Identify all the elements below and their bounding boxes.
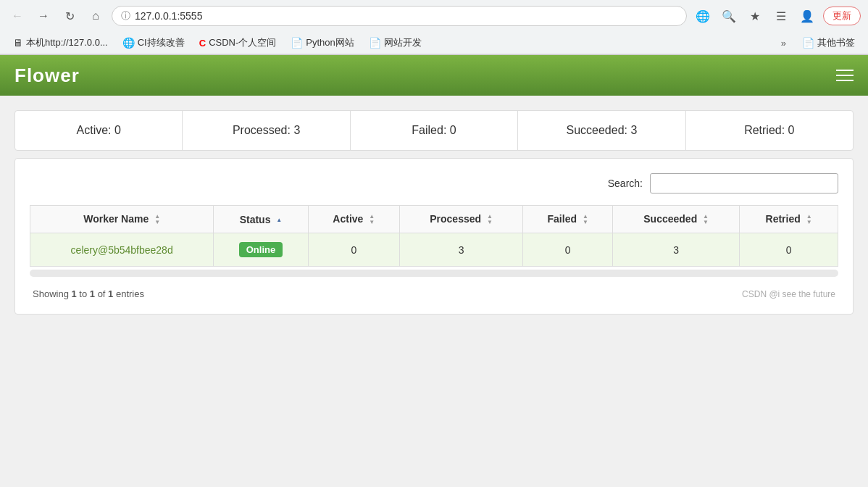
- stat-retried: Retried: 0: [686, 111, 853, 150]
- forward-button[interactable]: →: [33, 6, 54, 26]
- back-button[interactable]: ←: [7, 6, 28, 26]
- bookmark-local-label: 本机http://127.0.0...: [26, 36, 108, 49]
- bookmark-python-icon: 📄: [291, 37, 303, 49]
- zoom-button[interactable]: 🔍: [719, 6, 739, 26]
- stat-active: Active: 0: [15, 111, 183, 150]
- cell-succeeded: 3: [613, 233, 740, 267]
- bookmark-csdn[interactable]: C CSDN-个人空间: [193, 35, 283, 51]
- hamburger-line-1: [836, 70, 854, 71]
- stat-processed: Processed: 3: [183, 111, 350, 150]
- bookmark-ci[interactable]: 🌐 CI持续改善: [117, 35, 191, 51]
- search-input[interactable]: [650, 173, 838, 193]
- sort-active: ▲ ▼: [369, 214, 375, 225]
- stat-active-label: Active: 0: [77, 124, 121, 136]
- hamburger-menu[interactable]: [836, 70, 854, 81]
- col-failed[interactable]: Failed ▲ ▼: [523, 206, 613, 233]
- sort-worker-name: ▲ ▼: [154, 214, 160, 225]
- worker-name-link[interactable]: celery@5b54bfbee28d: [71, 244, 173, 256]
- bookmark-other-label: 其他书签: [817, 36, 855, 49]
- sort-processed: ▲ ▼: [487, 214, 493, 225]
- bookmark-local[interactable]: 🖥 本机http://127.0.0...: [7, 35, 114, 51]
- search-row: Search:: [30, 173, 838, 193]
- bookmark-python-label: Python网站: [306, 36, 354, 49]
- bookmark-python[interactable]: 📄 Python网站: [285, 35, 359, 51]
- cell-worker-name: celery@5b54bfbee28d: [30, 233, 214, 267]
- main-content: Search: Worker Name ▲ ▼ Status ▲: [14, 158, 854, 315]
- sort-retried: ▲ ▼: [806, 214, 812, 225]
- status-badge: Online: [239, 242, 283, 257]
- stat-retried-label: Retried: 0: [744, 124, 794, 136]
- table-row: celery@5b54bfbee28d Online 0 3 0 3 0: [30, 233, 838, 267]
- cell-retried: 0: [740, 233, 838, 267]
- app-title: Flower: [14, 64, 80, 87]
- sort-down-icon: ▼: [487, 220, 493, 225]
- reading-list-button[interactable]: ☰: [771, 6, 791, 26]
- stat-failed: Failed: 0: [351, 111, 518, 150]
- sort-succeeded: ▲ ▼: [703, 214, 709, 225]
- app-header: Flower: [0, 55, 868, 96]
- cell-processed: 3: [399, 233, 522, 267]
- sort-down-icon: ▼: [806, 220, 812, 225]
- cell-status: Online: [214, 233, 308, 267]
- url-text: 127.0.0.1:5555: [135, 10, 202, 22]
- update-button[interactable]: 更新: [823, 7, 861, 25]
- col-active[interactable]: Active ▲ ▼: [308, 206, 399, 233]
- bookmark-ci-label: CI持续改善: [138, 36, 185, 49]
- col-status[interactable]: Status ▲: [214, 206, 308, 233]
- stat-succeeded: Succeeded: 3: [518, 111, 685, 150]
- bookmark-webdev-label: 网站开发: [384, 36, 422, 49]
- address-bar[interactable]: ⓘ 127.0.0.1:5555: [112, 6, 687, 26]
- sort-status: ▲: [276, 217, 282, 223]
- stat-failed-label: Failed: 0: [412, 124, 456, 136]
- browser-toolbar: ← → ↻ ⌂ ⓘ 127.0.0.1:5555 🌐 🔍 ★ ☰ 👤 更新: [0, 0, 868, 32]
- col-succeeded[interactable]: Succeeded ▲ ▼: [613, 206, 740, 233]
- search-label: Search:: [608, 178, 643, 189]
- col-retried[interactable]: Retried ▲ ▼: [740, 206, 838, 233]
- bookmarks-bar: 🖥 本机http://127.0.0... 🌐 CI持续改善 C CSDN-个人…: [0, 32, 868, 54]
- bookmark-webdev-icon: 📄: [369, 37, 381, 49]
- col-worker-name[interactable]: Worker Name ▲ ▼: [30, 206, 214, 233]
- bookmark-star-button[interactable]: ★: [745, 6, 765, 26]
- col-processed[interactable]: Processed ▲ ▼: [399, 206, 522, 233]
- hamburger-line-2: [836, 75, 854, 76]
- bookmark-local-icon: 🖥: [13, 37, 23, 49]
- browser-chrome: ← → ↻ ⌂ ⓘ 127.0.0.1:5555 🌐 🔍 ★ ☰ 👤 更新 🖥 …: [0, 0, 868, 55]
- home-button[interactable]: ⌂: [85, 6, 106, 26]
- horizontal-scrollbar[interactable]: [30, 270, 838, 280]
- sort-up-active-icon: ▲: [276, 217, 282, 223]
- info-icon: ⓘ: [121, 9, 130, 22]
- bookmarks-more[interactable]: »: [777, 36, 790, 50]
- bookmark-csdn-label: CSDN-个人空间: [209, 36, 276, 49]
- reload-button[interactable]: ↻: [59, 6, 80, 26]
- scrollbar-track: [30, 270, 838, 277]
- showing-text: Showing 1 to 1 of 1 entries: [33, 288, 144, 299]
- bookmark-csdn-icon: C: [199, 38, 206, 49]
- stats-bar: Active: 0 Processed: 3 Failed: 0 Succeed…: [14, 110, 854, 151]
- hamburger-line-3: [836, 80, 854, 81]
- workers-table: Worker Name ▲ ▼ Status ▲ Active ▲: [30, 205, 838, 267]
- bookmark-other[interactable]: 📄 其他书签: [796, 35, 861, 51]
- profile-button[interactable]: 👤: [797, 6, 817, 26]
- translate-button[interactable]: 🌐: [693, 6, 713, 26]
- toolbar-right: 🌐 🔍 ★ ☰ 👤 更新: [693, 6, 861, 26]
- bookmark-other-icon: 📄: [802, 37, 814, 49]
- cell-failed: 0: [523, 233, 613, 267]
- table-footer: Showing 1 to 1 of 1 entries CSDN @i see …: [30, 288, 838, 299]
- sort-down-icon: ▼: [154, 220, 160, 225]
- stat-processed-label: Processed: 3: [233, 124, 300, 136]
- csdn-credit: CSDN @i see the future: [742, 289, 835, 299]
- bookmark-webdev[interactable]: 📄 网站开发: [363, 35, 427, 51]
- stat-succeeded-label: Succeeded: 3: [566, 124, 637, 136]
- entries-info: Showing 1 to 1 of 1 entries: [33, 288, 144, 299]
- sort-down-icon: ▼: [369, 220, 375, 225]
- cell-active: 0: [308, 233, 399, 267]
- sort-down-icon: ▼: [703, 220, 709, 225]
- sort-failed: ▲ ▼: [583, 214, 588, 225]
- bookmark-ci-icon: 🌐: [122, 37, 135, 49]
- table-header-row: Worker Name ▲ ▼ Status ▲ Active ▲: [30, 206, 838, 233]
- sort-down-icon: ▼: [583, 220, 588, 225]
